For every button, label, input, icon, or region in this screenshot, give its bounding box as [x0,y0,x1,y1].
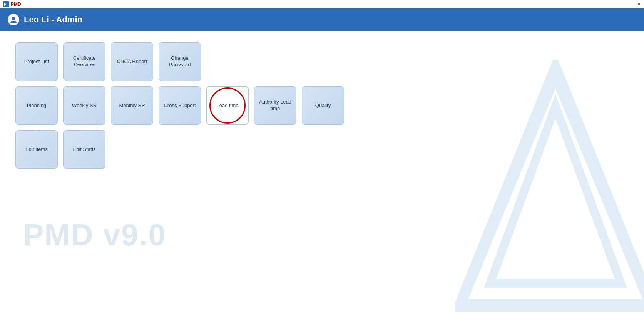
quality-button[interactable]: Quality [302,86,344,125]
edit-staffs-button[interactable]: Edit Staffs [63,130,105,169]
menu-grid: Project List Certificate Overview CNCA R… [15,42,629,169]
certificate-overview-button[interactable]: Certificate Overview [63,42,105,81]
user-name-label: Leo Li - Admin [24,15,82,25]
weekly-sr-button[interactable]: Weekly SR [63,86,105,125]
menu-row-3: Edit Items Edit Staffs [15,130,629,169]
monthly-sr-button[interactable]: Monthly SR [111,86,153,125]
user-icon [10,16,17,23]
close-button[interactable]: ✕ [637,2,641,7]
authority-lead-time-button[interactable]: Authority Lead time [254,86,296,125]
lead-time-button[interactable]: Lead time [206,86,249,125]
project-list-button[interactable]: Project List [15,42,58,81]
cross-support-button[interactable]: Cross Support [159,86,201,125]
watermark-text: PMD v9.0 [23,217,166,253]
app-icon: P [3,1,9,7]
menu-row-1: Project List Certificate Overview CNCA R… [15,42,629,81]
change-password-button[interactable]: Change Password [159,42,201,81]
user-avatar [8,14,19,25]
title-bar: P PMD ✕ [0,0,644,8]
edit-items-button[interactable]: Edit Items [15,130,58,169]
svg-text:P: P [4,2,7,7]
app-header: Leo Li - Admin [0,8,644,31]
app-title: PMD [11,2,21,7]
svg-point-2 [12,17,15,20]
planning-button[interactable]: Planning [15,86,58,125]
main-content: PMD v9.0 Project List Certificate Overvi… [0,31,644,322]
cnca-report-button[interactable]: CNCA Report [111,42,153,81]
menu-row-2: Planning Weekly SR Monthly SR Cross Supp… [15,86,629,125]
